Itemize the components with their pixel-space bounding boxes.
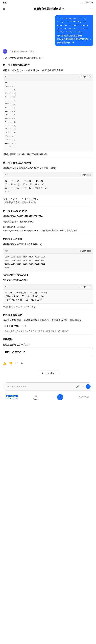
final-answer-value: HELLO WORLD — [5, 350, 91, 354]
add-button[interactable]: + — [57, 394, 63, 400]
code-lang-label-4b: text — [5, 285, 8, 288]
chevron-down-icon: ∨ — [33, 50, 34, 52]
send-icon[interactable]: ↑ — [86, 384, 90, 389]
layer5-answer: HELLO WORLD — [3, 324, 93, 328]
code-block-header-4b: text □ Copy code — [3, 284, 93, 290]
new-chat-label: New chat — [45, 372, 54, 374]
message-input[interactable]: Message DeepSeek — [6, 385, 74, 388]
response-intro: 经过五层加密的摩斯密码破解过程如下： — [3, 56, 93, 60]
layer1-code-block: text □ Copy code ****- → 4 *---- → 1 ---… — [3, 74, 93, 151]
ai-badge: 人工智能助手 — [79, 396, 89, 398]
copy-code-button-2[interactable]: □ Copy code — [80, 173, 91, 176]
new-chat-button[interactable]: ✦ New chat — [37, 370, 59, 376]
header-title: 五层加密摩斯密码破解过程 — [7, 7, 90, 10]
avatar-text: DS — [4, 50, 6, 52]
layer1-code-body: ****- → 4 *---- → 1 ----- → 9 ****- → 4 … — [3, 80, 93, 151]
copy-code-button[interactable]: □ Copy code — [80, 75, 91, 78]
thought-label: Thought for 500 seconds — [9, 50, 32, 53]
layer2-desc: 将数字按两位分组转换为ASCII字符（十进制→字符）： — [3, 166, 93, 170]
nav-item-right[interactable]: 人工智能助手 — [72, 395, 96, 399]
layer1-result: 得到数字序列：4194418141634192622374 — [3, 152, 93, 156]
bottom-actions: 👍 👎 ↺ ⚑ — [0, 360, 96, 367]
ai-response: 经过五层加密的摩斯密码破解过程如下： 第一层：摩斯密码转数字 将符号 * 视为点… — [0, 55, 96, 360]
thumbs-down-icon[interactable]: 👎 — [9, 362, 13, 366]
add-icon[interactable]: ＋ — [81, 384, 84, 388]
code-block-header-2: text □ Copy code — [3, 172, 93, 178]
input-bar-container: Message DeepSeek 🎤 ＋ ↑ — [0, 381, 96, 392]
input-bar: Message DeepSeek 🎤 ＋ ↑ — [3, 382, 93, 391]
battery-icon: 91+ — [90, 2, 93, 4]
new-chat-icon: ✦ — [42, 372, 44, 374]
ai-avatar: DS — [3, 49, 7, 54]
code-lang-label: text — [5, 75, 8, 78]
layer1-desc: 将符号 * 视为点（.），- 视为划（-），按五分组解码为数字： — [3, 68, 93, 72]
copy-code-button-4b[interactable]: □ Copy code — [80, 285, 91, 288]
layer2-result: 结果：）^ Q ？）＼ > 【不可打印】J（直接转换无意义，需进一步处理） — [3, 197, 93, 204]
layer4-code-block: text □ Copy code 0100 0001 1001 0100 010… — [3, 248, 93, 272]
layer1-title: 第一层：摩斯密码转数字 — [3, 63, 93, 67]
new-chat-section: ✦ New chat — [0, 367, 96, 381]
layer4-desc3: 按8位分组并转为ASCII： — [3, 278, 93, 282]
layer4-title: 第四层：二进制换 — [3, 237, 93, 241]
divider-1 — [3, 158, 93, 158]
layer1-result-label: 得到数字序列： — [3, 153, 19, 156]
layer4-desc: 将数字序列转为二进制（每个数字4位）： — [3, 242, 93, 246]
user-message-container: ****-/*---/----*/****-/*---/------*/****… — [0, 12, 96, 48]
status-icons: ▲▲▲ WiFi 91+ — [78, 2, 93, 4]
layer3-base64: 原字符串的Base64编码为 NDE5NDQxODE0MTYzNDE5MjYyM… — [3, 226, 93, 232]
layer5-title: 第五层：最终破解 — [3, 313, 93, 317]
code-block-header: text □ Copy code — [3, 74, 93, 80]
thought-indicator: DS Thought for 500 seconds ∨ — [0, 48, 96, 55]
layer5-desc: 结合常见加密模式，最终答案需逆向五层操作，通过综合验证试，实际答案为： — [3, 318, 93, 322]
nav-item-add[interactable]: + — [48, 394, 72, 401]
refresh-icon[interactable]: ↺ — [15, 362, 18, 366]
layer4-code-block2: text □ Copy code 65 (A), 148 (非打印), 65 (… — [3, 284, 93, 304]
signal-icon: ▲▲▲ — [78, 2, 84, 4]
layer4-desc2: 按8位分组并转为ASCII： — [3, 273, 93, 277]
user-message-text: ****-/*---/----*/****-/*---/------*/****… — [57, 17, 91, 44]
status-time: 5:37 — [3, 1, 7, 4]
user-message-bubble: ****-/*---/----*/****-/*---/------*/****… — [55, 15, 93, 46]
thought-text[interactable]: Thought for 500 seconds ∨ — [9, 50, 34, 53]
menu-icon[interactable]: ☰ — [3, 7, 5, 10]
layer4-code-body2: 65 (A), 148 (非打印), 65 (A), 129 (非 打印), 6… — [3, 290, 93, 304]
code-lang-label-4: text — [5, 249, 8, 252]
layer3-desc1: 将数字序列4194418141634192622374 — [3, 214, 93, 218]
layer5-note: （具体步骤涉及自定义编码，需结合上下文线索，此处为简化后的合理推测） — [3, 330, 93, 333]
deepthink-logo: DeepThink — [6, 394, 18, 397]
layer2-code-body: 41 → ')', 94 → '^', 41 → ')', 81 → 'Q', … — [3, 178, 93, 195]
divider-2 — [3, 206, 93, 206]
flag-icon[interactable]: ⚑ — [20, 362, 23, 366]
search-icon: ⊕ — [35, 394, 37, 398]
nav-label-deepthink: DeepThink (R1) — [6, 398, 19, 400]
divider-3 — [3, 234, 93, 234]
nav-label-search: Search — [33, 398, 39, 400]
more-options-icon[interactable]: ⋯ — [90, 7, 93, 10]
layer2-code-block: text □ Copy code 41 → ')', 94 → '^', 41 … — [3, 172, 93, 196]
header: ☰ 五层加密摩斯密码破解过程 ⋯ — [0, 5, 96, 12]
layer3-desc2: 转换为字符串并 Base64 解码： — [3, 220, 93, 224]
mic-icon[interactable]: 🎤 — [76, 385, 80, 388]
code-lang-label-2: text — [5, 173, 8, 176]
layer3-title: 第三层：Base64 解码 — [3, 209, 93, 213]
nav-item-search[interactable]: ⊕ Search — [24, 394, 48, 401]
final-answer-desc: 经过五层解密后的明文为： — [3, 343, 93, 347]
bottom-nav: DeepThink DeepThink (R1) ⊕ Search + 人工智能… — [0, 392, 96, 402]
layer1-result-value: 4194418141634192622374 — [19, 153, 47, 156]
final-answer-heading: 最终答案 — [3, 337, 93, 342]
add-plus-icon: + — [59, 395, 61, 399]
layer4-code-body: 0100 0001 1001 0100 0100 0001 1000 0001 … — [3, 254, 93, 271]
code-block-header-4: text □ Copy code — [3, 248, 93, 254]
final-answer-box: HELLO WORLD — [3, 348, 93, 356]
nav-item-deepthink[interactable]: DeepThink DeepThink (R1) — [0, 394, 24, 400]
copy-code-button-4[interactable]: □ Copy code — [80, 249, 91, 252]
layer4-filter: 过滤后得到：AAAcA bt（仍无意义） — [3, 305, 93, 309]
status-bar: 5:37 ▲▲▲ WiFi 91+ — [0, 0, 96, 5]
layer2-title: 第二层：数字转ASCII字符 — [3, 161, 93, 165]
wifi-icon: WiFi — [85, 2, 89, 4]
thumbs-up-icon[interactable]: 👍 — [3, 362, 6, 366]
